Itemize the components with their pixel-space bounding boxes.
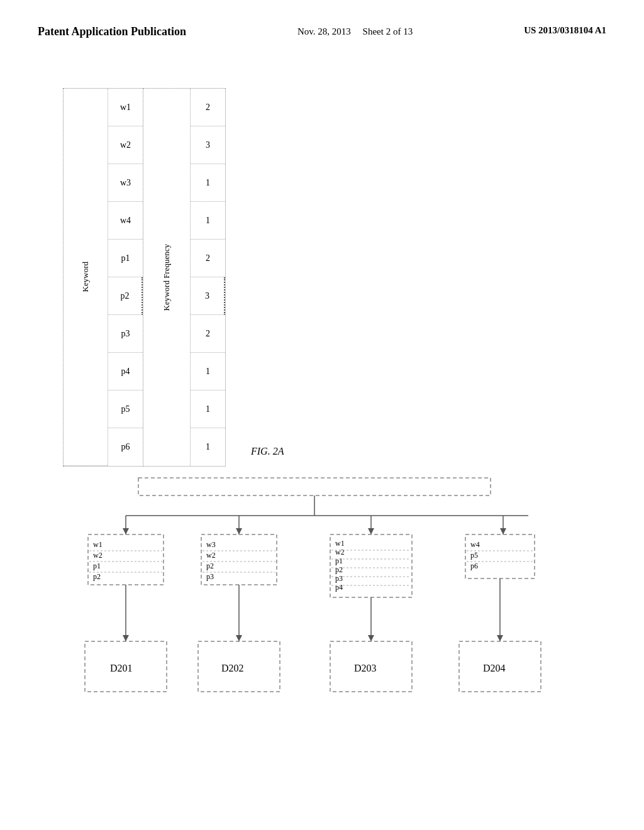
svg-text:p1: p1	[93, 562, 101, 570]
publication-title: Patent Application Publication	[38, 25, 186, 38]
fig2a-label: FIG. 2A	[251, 446, 284, 457]
patent-number: US 2013/0318104 A1	[524, 25, 606, 36]
keyword-data-col: w1 w2 w3 w4 p1 p2 p3 p4 p5 p6	[108, 89, 143, 466]
svg-text:w1: w1	[93, 540, 103, 549]
freq-cell-6: 3	[191, 277, 225, 315]
kw-cell-p6: p6	[108, 428, 143, 466]
svg-text:w2: w2	[206, 551, 216, 560]
svg-text:D203: D203	[354, 663, 377, 673]
kw-cell-p2: p2	[108, 277, 143, 315]
fig2a-freq-table: Keyword Frequency 2 3 1 1 2 3 2 1 1 1	[143, 88, 226, 467]
freq-data-col: 2 3 1 1 2 3 2 1 1 1	[191, 89, 225, 466]
freq-cell-10: 1	[191, 428, 225, 466]
freq-cell-8: 1	[191, 353, 225, 390]
fig2a-table: Keyword w1 w2 w3 w4 p1 p2 p3 p4 p5 p6	[63, 88, 143, 467]
freq-cell-3: 1	[191, 164, 225, 202]
svg-text:p5: p5	[470, 551, 478, 560]
freq-cell-1: 2	[191, 89, 225, 126]
freq-cell-4: 1	[191, 202, 225, 240]
svg-rect-0	[138, 478, 491, 495]
svg-marker-48	[236, 635, 242, 641]
svg-text:w3: w3	[206, 540, 216, 549]
date-text: Nov. 28, 2013	[297, 26, 351, 36]
freq-header-label: Keyword Frequency	[162, 244, 172, 311]
kw-cell-w3: w3	[108, 164, 143, 202]
svg-marker-4	[123, 528, 129, 534]
keyword-header-label: Keyword	[80, 262, 91, 292]
freq-cell-2: 3	[191, 126, 225, 164]
svg-marker-10	[500, 528, 506, 534]
svg-text:w4: w4	[470, 540, 480, 549]
kw-cell-p4: p4	[108, 353, 143, 390]
freq-cell-9: 1	[191, 390, 225, 428]
svg-text:D204: D204	[483, 663, 506, 673]
svg-marker-46	[123, 635, 129, 641]
svg-text:p2: p2	[93, 572, 101, 581]
svg-text:p2: p2	[206, 562, 214, 570]
freq-header-cell: Keyword Frequency	[143, 89, 190, 466]
freq-cell-5: 2	[191, 240, 225, 277]
kw-cell-p5: p5	[108, 390, 143, 428]
svg-marker-6	[236, 528, 242, 534]
svg-marker-52	[497, 635, 503, 641]
svg-text:D201: D201	[110, 663, 133, 673]
svg-text:p3: p3	[206, 572, 214, 581]
freq-header-col: Keyword Frequency	[143, 89, 191, 466]
svg-text:p1: p1	[335, 556, 343, 565]
svg-text:w2: w2	[93, 551, 103, 560]
freq-cell-7: 2	[191, 315, 225, 353]
sheet-text: Sheet 2 of 13	[363, 26, 413, 36]
svg-text:p4: p4	[335, 583, 343, 592]
header-metadata: Nov. 28, 2013 Sheet 2 of 13	[297, 25, 413, 38]
kw-cell-w2: w2	[108, 126, 143, 164]
keyword-header-cell: Keyword	[64, 89, 108, 466]
fig2b-container: w1 w2 p1 p2 w3 w2 p2 p3 w1 w2 p1 p2 p3 p…	[50, 478, 604, 795]
svg-marker-50	[368, 635, 374, 641]
keyword-header-col: Keyword	[64, 89, 108, 466]
svg-marker-8	[368, 528, 374, 534]
svg-text:p2: p2	[335, 565, 343, 574]
kw-cell-p1: p1	[108, 240, 143, 277]
fig2a-container: Keyword w1 w2 w3 w4 p1 p2 p3 p4 p5 p6 Ke…	[63, 88, 284, 467]
page-header: Patent Application Publication Nov. 28, …	[0, 0, 644, 51]
kw-cell-p3: p3	[108, 315, 143, 353]
svg-text:w1: w1	[335, 539, 345, 548]
svg-text:p6: p6	[470, 562, 478, 570]
svg-text:p3: p3	[335, 574, 343, 583]
fig2b-svg: w1 w2 p1 p2 w3 w2 p2 p3 w1 w2 p1 p2 p3 p…	[50, 478, 604, 792]
svg-text:w2: w2	[335, 548, 345, 556]
kw-cell-w1: w1	[108, 89, 143, 126]
kw-cell-w4: w4	[108, 202, 143, 240]
svg-text:D202: D202	[221, 663, 244, 673]
